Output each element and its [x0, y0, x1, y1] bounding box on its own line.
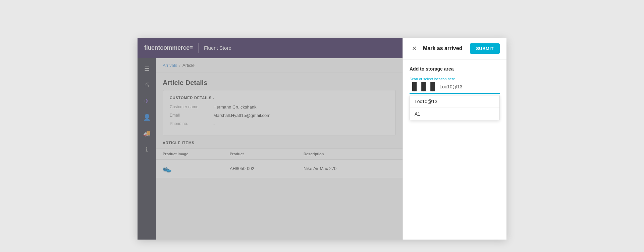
panel-title: Mark as arrived	[423, 45, 462, 51]
articles-section-title: ARTICLE ITEMS	[156, 141, 402, 148]
customer-email-value: Marshall.Hyatt15@gmail.com	[213, 113, 270, 118]
col-header-image: Product Image	[163, 152, 230, 156]
customer-name-value: Hermann Cruickshank	[213, 104, 257, 110]
sidebar: ☰ 🖨 ✈ 👤 🚚 ℹ	[138, 58, 156, 240]
sidebar-arrivals-icon[interactable]: ✈	[140, 94, 154, 108]
top-nav: fluentcommerce≡ Fluent Store	[138, 38, 402, 58]
customer-name-row: Customer name Hermann Cruickshank	[170, 104, 389, 110]
customer-details-card: CUSTOMER DETAILS - Customer name Hermann…	[163, 90, 396, 135]
customer-section-title: CUSTOMER DETAILS -	[170, 96, 389, 100]
sidebar-person-icon[interactable]: 👤	[140, 111, 154, 124]
table-row: 👟 AH8050-002 Nike Air Max 270	[156, 160, 402, 178]
scan-input[interactable]	[440, 84, 500, 89]
barcode-icon: ▐▌▐▌▐▌	[410, 82, 437, 91]
customer-phone-row: Phone no. -	[170, 121, 389, 126]
dropdown-list: Loc10@13 A1	[410, 95, 500, 120]
panel-header: ✕ Mark as arrived SUBMIT	[403, 38, 506, 59]
product-description-cell: Nike Air Max 270	[304, 166, 396, 171]
storage-area-label: Add to storage area	[410, 66, 500, 72]
breadcrumb-separator: /	[179, 63, 180, 68]
breadcrumb-link[interactable]: Arrivals	[163, 63, 177, 68]
app-area: fluentcommerce≡ Fluent Store ☰ 🖨 ✈ 👤 🚚 ℹ…	[138, 38, 402, 240]
col-header-product: Product	[230, 152, 304, 156]
sidebar-truck-icon[interactable]: 🚚	[140, 127, 154, 140]
close-button[interactable]: ✕	[410, 44, 419, 53]
brand-name: fluentcommerce≡	[144, 44, 193, 51]
customer-email-label: Email	[170, 113, 213, 118]
scan-input-label: Scan or select location here	[410, 77, 500, 81]
customer-phone-value: -	[213, 121, 215, 126]
sidebar-info-icon[interactable]: ℹ	[140, 143, 154, 156]
breadcrumb: Arrivals / Article	[156, 58, 402, 73]
mark-as-arrived-panel: ✕ Mark as arrived SUBMIT Add to storage …	[402, 38, 506, 240]
scan-input-area: Scan or select location here ▐▌▐▌▐▌	[410, 77, 500, 94]
submit-button[interactable]: SUBMIT	[470, 43, 500, 54]
panel-header-left: ✕ Mark as arrived	[410, 44, 462, 53]
brand-logo: fluentcommerce≡	[144, 44, 193, 51]
product-image-cell: 👟	[163, 164, 230, 173]
table-header: Product Image Product Description	[156, 148, 402, 160]
store-name: Fluent Store	[204, 45, 231, 51]
customer-phone-label: Phone no.	[170, 121, 213, 126]
breadcrumb-current: Article	[182, 63, 195, 68]
nav-divider	[198, 43, 199, 53]
dropdown-item-loc[interactable]: Loc10@13	[410, 95, 499, 108]
scan-input-row[interactable]: ▐▌▐▌▐▌	[410, 82, 500, 94]
sidebar-store-icon[interactable]: 🖨	[140, 78, 154, 92]
customer-name-label: Customer name	[170, 104, 213, 109]
customer-email-row: Email Marshall.Hyatt15@gmail.com	[170, 113, 389, 118]
sidebar-menu-icon[interactable]: ☰	[140, 62, 154, 76]
page-title: Article Details	[156, 73, 402, 90]
main-content: Arrivals / Article Article Details CUSTO…	[156, 58, 402, 240]
dropdown-item-a1[interactable]: A1	[410, 108, 499, 120]
col-header-description: Description	[304, 152, 396, 156]
shoe-icon: 👟	[163, 164, 172, 173]
panel-body: Add to storage area Scan or select locat…	[403, 59, 506, 240]
product-sku-cell: AH8050-002	[230, 166, 304, 171]
